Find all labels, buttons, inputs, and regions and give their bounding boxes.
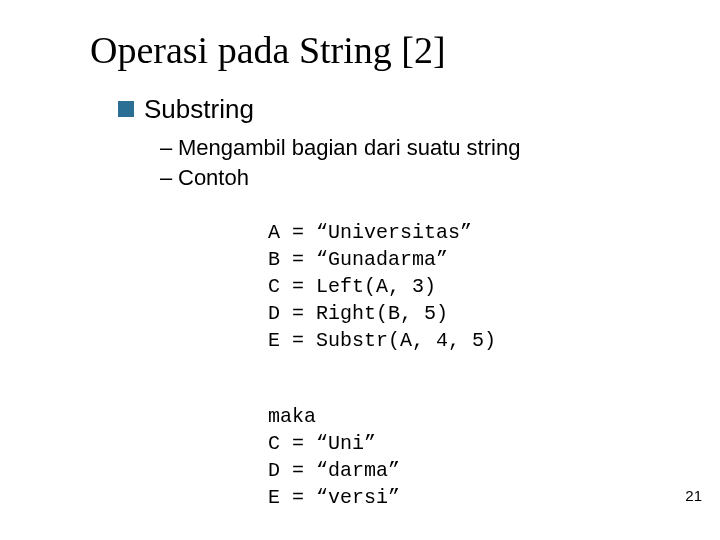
result-block: maka C = “Uni” D = “darma” E = “versi” — [268, 376, 720, 511]
section-body: – Mengambil bagian dari suatu string – C… — [160, 133, 720, 192]
result-line: C = “Uni” — [268, 432, 376, 455]
section-heading-row: Substring — [118, 94, 720, 125]
code-block: A = “Universitas” B = “Gunadarma” C = Le… — [268, 192, 720, 354]
code-line: B = “Gunadarma” — [268, 248, 448, 271]
contoh-row: – Contoh — [160, 163, 720, 193]
desc-text: Mengambil bagian dari suatu string — [178, 133, 520, 163]
bullet-square-icon — [118, 101, 134, 117]
code-line: A = “Universitas” — [268, 221, 472, 244]
result-line: E = “versi” — [268, 486, 400, 509]
result-line: D = “darma” — [268, 459, 400, 482]
code-line: C = Left(A, 3) — [268, 275, 436, 298]
dash-icon: – — [160, 163, 178, 193]
page-title: Operasi pada String [2] — [90, 28, 720, 72]
desc-row: – Mengambil bagian dari suatu string — [160, 133, 720, 163]
contoh-label: Contoh — [178, 163, 286, 193]
code-line: D = Right(B, 5) — [268, 302, 448, 325]
dash-icon: – — [160, 133, 178, 163]
section-heading: Substring — [144, 94, 254, 125]
slide: Operasi pada String [2] Substring – Meng… — [0, 0, 720, 511]
page-number: 21 — [685, 487, 702, 504]
result-line: maka — [268, 405, 316, 428]
code-line: E = Substr(A, 4, 5) — [268, 329, 496, 352]
